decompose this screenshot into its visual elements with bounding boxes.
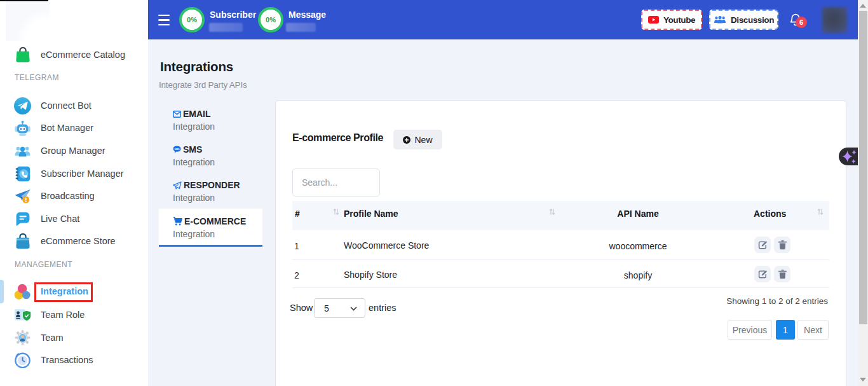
- svg-text:SMS: SMS: [175, 148, 180, 151]
